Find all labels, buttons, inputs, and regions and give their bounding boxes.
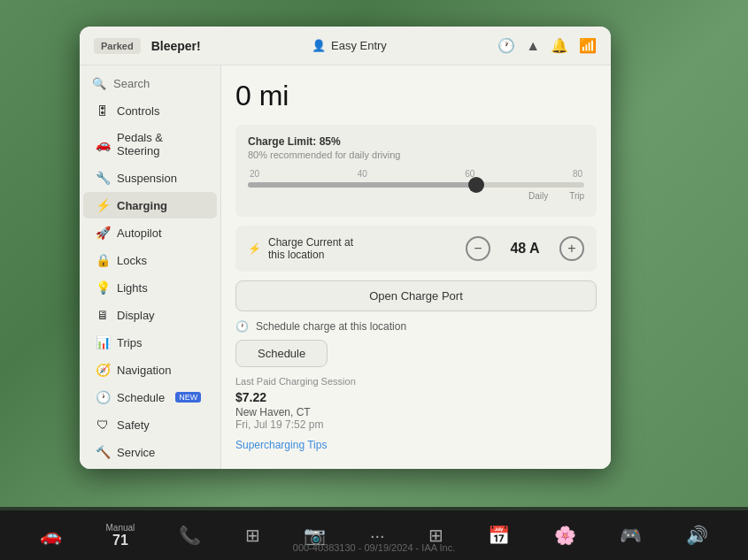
user-icon: 👤 — [312, 39, 326, 52]
last-session: Last Paid Charging Session $7.22 New Hav… — [235, 376, 597, 452]
gamepad-icon: 🎮 — [620, 525, 642, 546]
flower-icon: 🌸 — [554, 525, 576, 546]
charge-current-value: 48 A — [503, 241, 547, 257]
schedule-label: Schedule — [117, 391, 165, 404]
charge-limit-card: Charge Limit: 85% 80% recommended for da… — [235, 125, 597, 217]
locks-label: Locks — [117, 254, 147, 267]
slider-labels: 20 40 60 80 — [248, 169, 584, 179]
schedule-clock-icon: 🕐 — [235, 320, 249, 333]
open-charge-port-button[interactable]: Open Charge Port — [235, 280, 597, 311]
odometer: 0 mi — [235, 80, 597, 112]
trips-icon: 📊 — [96, 335, 110, 349]
apps-grid-icon: ⊞ — [245, 525, 260, 546]
last-session-amount: $7.22 — [235, 390, 597, 404]
calendar-icon: 📅 — [488, 525, 510, 546]
charge-slider-container: 20 40 60 80 Daily Trip — [248, 169, 584, 201]
charge-plug-icon: ⚡ — [248, 242, 261, 255]
increase-charge-button[interactable]: + — [559, 236, 584, 261]
charge-current-label: ⚡ Charge Current atthis location — [248, 236, 353, 261]
content-area: 🔍 Search 🎛 Controls 🚗 Pedals & Steering … — [80, 65, 611, 469]
schedule-icon: 🕐 — [96, 390, 110, 404]
sidebar-item-trips[interactable]: 📊 Trips — [83, 329, 217, 356]
slider-thumb[interactable] — [468, 177, 484, 193]
sidebar-item-charging[interactable]: ⚡ Charging — [83, 192, 217, 219]
sidebar-item-suspension[interactable]: 🔧 Suspension — [83, 165, 217, 191]
sidebar-item-locks[interactable]: 🔒 Locks — [83, 247, 217, 273]
charging-icon: ⚡ — [96, 198, 110, 212]
service-icon: 🔨 — [96, 445, 110, 459]
sidebar-item-safety[interactable]: 🛡 Safety — [83, 411, 217, 438]
last-session-location: New Haven, CT — [235, 406, 597, 418]
main-screen: Parked Bleeper! 👤 Easy Entry 🕐 ▲ 🔔 📶 🔍 S… — [80, 27, 611, 469]
pedals-icon: 🚗 — [96, 137, 110, 151]
slider-fill — [248, 182, 483, 188]
taskbar-phone[interactable]: 📞 — [179, 525, 201, 546]
volume-icon: 🔊 — [686, 525, 708, 546]
controls-label: Controls — [117, 104, 159, 118]
top-bar-center: 👤 Easy Entry — [312, 39, 387, 52]
navigation-label: Navigation — [117, 364, 171, 377]
sidebar: 🔍 Search 🎛 Controls 🚗 Pedals & Steering … — [80, 65, 221, 469]
schedule-header: 🕐 Schedule charge at this location — [235, 320, 597, 333]
last-session-date: Fri, Jul 19 7:52 pm — [235, 418, 597, 431]
daily-trip-labels: Daily Trip — [248, 191, 584, 201]
manual-label: Manual71 — [106, 523, 135, 548]
sidebar-item-autopilot[interactable]: 🚀 Autopilot — [83, 219, 217, 246]
supercharging-tips-link[interactable]: Supercharging Tips — [235, 439, 327, 451]
up-arrow-icon: ▲ — [526, 38, 540, 54]
new-badge: NEW — [175, 392, 201, 403]
lights-label: Lights — [117, 281, 148, 295]
phone-icon: 📞 — [179, 525, 201, 546]
display-icon: 🖥 — [96, 308, 110, 322]
bell-icon: 🔔 — [551, 37, 568, 54]
last-session-title: Last Paid Charging Session — [235, 376, 597, 387]
suspension-label: Suspension — [117, 172, 177, 185]
sidebar-item-display[interactable]: 🖥 Display — [83, 302, 217, 328]
charge-current-control: − 48 A + — [466, 236, 584, 261]
bottom-info: 000-40383130 - 09/19/2024 - IAA Inc. — [293, 542, 455, 553]
slider-track[interactable] — [248, 182, 584, 188]
sidebar-item-controls[interactable]: 🎛 Controls — [83, 97, 217, 124]
lights-icon: 💡 — [96, 280, 110, 295]
easy-entry-label: Easy Entry — [331, 39, 387, 52]
sidebar-item-navigation[interactable]: 🧭 Navigation — [83, 357, 217, 383]
safety-icon: 🛡 — [96, 418, 110, 432]
taskbar-volume[interactable]: 🔊 — [686, 525, 708, 546]
search-icon: 🔍 — [92, 77, 106, 90]
sidebar-item-schedule[interactable]: 🕐 Schedule NEW — [83, 384, 217, 410]
display-label: Display — [117, 309, 155, 322]
car-icon: 🚗 — [40, 525, 62, 546]
taskbar-flower[interactable]: 🌸 — [554, 525, 576, 546]
taskbar-gamepad[interactable]: 🎮 — [620, 525, 642, 546]
charge-limit-title: Charge Limit: 85% — [248, 135, 584, 148]
charge-limit-sub: 80% recommended for daily driving — [248, 150, 584, 160]
autopilot-icon: 🚀 — [96, 226, 110, 240]
sidebar-item-pedals[interactable]: 🚗 Pedals & Steering — [83, 125, 217, 164]
trips-label: Trips — [117, 336, 142, 349]
schedule-section: 🕐 Schedule charge at this location Sched… — [235, 320, 597, 367]
taskbar-car[interactable]: 🚗 — [40, 525, 62, 546]
parked-badge: Parked — [94, 38, 141, 54]
controls-icon: 🎛 — [96, 104, 110, 118]
app-title: Bleeper! — [151, 39, 201, 53]
sidebar-item-lights[interactable]: 💡 Lights — [83, 274, 217, 301]
signal-icon: 📶 — [579, 37, 597, 54]
taskbar-calendar[interactable]: 📅 — [488, 525, 510, 546]
safety-label: Safety — [117, 418, 150, 432]
schedule-button[interactable]: Schedule — [235, 340, 328, 367]
search-item[interactable]: 🔍 Search — [80, 71, 220, 96]
top-bar-left: Parked Bleeper! — [94, 38, 201, 54]
pedals-label: Pedals & Steering — [117, 131, 204, 157]
sidebar-item-service[interactable]: 🔨 Service — [83, 439, 217, 465]
charge-current-card: ⚡ Charge Current atthis location − 48 A … — [235, 226, 597, 272]
decrease-charge-button[interactable]: − — [466, 236, 490, 261]
suspension-icon: 🔧 — [96, 171, 110, 185]
clock-icon: 🕐 — [497, 37, 515, 54]
taskbar-apps-grid[interactable]: ⊞ — [245, 525, 260, 546]
top-bar: Parked Bleeper! 👤 Easy Entry 🕐 ▲ 🔔 📶 — [80, 27, 611, 65]
locks-icon: 🔒 — [96, 253, 110, 267]
charging-label: Charging — [117, 199, 167, 212]
taskbar-manual[interactable]: Manual71 — [106, 523, 135, 548]
schedule-header-label: Schedule charge at this location — [256, 320, 406, 333]
service-label: Service — [117, 446, 155, 459]
